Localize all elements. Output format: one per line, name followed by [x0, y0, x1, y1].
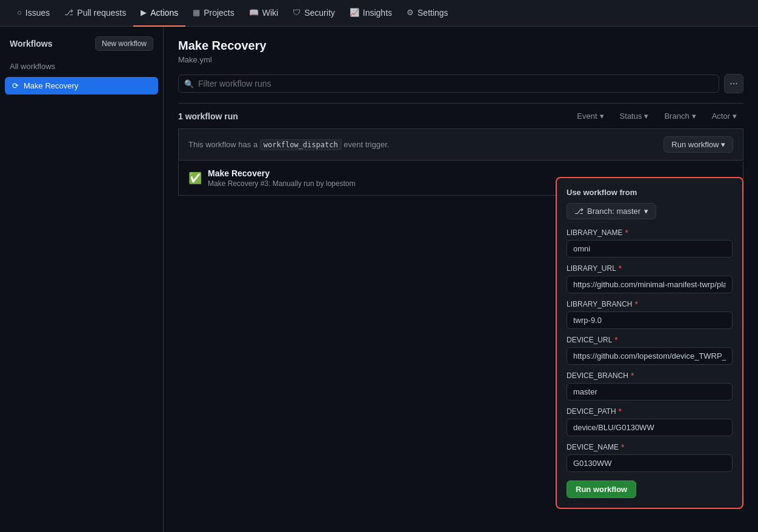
required-indicator: * — [619, 407, 622, 416]
field-label-library-branch: LIBRARY_BRANCH * — [567, 299, 733, 309]
filter-event-button[interactable]: Event ▾ — [570, 108, 610, 124]
required-indicator: * — [634, 299, 637, 309]
nav-item-pull-requests[interactable]: ⎇ Pull requests — [57, 0, 133, 27]
device-branch-input[interactable] — [567, 383, 733, 401]
filter-buttons: Event ▾ Status ▾ Branch ▾ Actor ▾ — [570, 108, 743, 124]
library-name-input[interactable] — [567, 240, 733, 258]
new-workflow-button[interactable]: New workflow — [95, 36, 153, 51]
popup-run-workflow-button[interactable]: Run workflow — [567, 480, 636, 498]
page-title: Make Recovery — [178, 39, 743, 53]
run-status-icon: ✅ — [188, 171, 202, 185]
field-label-library-url: LIBRARY_URL * — [567, 264, 733, 273]
device-name-input[interactable] — [567, 454, 733, 472]
settings-icon: ⚙ — [407, 8, 414, 17]
library-branch-input[interactable] — [567, 311, 733, 329]
popup-panel: Use workflow from ⎇ Branch: master ▾ LIB… — [556, 177, 743, 509]
dispatch-text: This workflow has a workflow_dispatch ev… — [188, 140, 389, 149]
chevron-down-icon: ▾ — [644, 207, 648, 216]
sidebar: Workflows New workflow All workflows ⟳ M… — [0, 27, 164, 532]
runs-header: 1 workflow run Event ▾ Status ▾ Branch ▾… — [178, 103, 743, 129]
dispatch-notice: This workflow has a workflow_dispatch ev… — [178, 129, 743, 161]
main-layout: Workflows New workflow All workflows ⟳ M… — [0, 27, 758, 532]
branch-selector-button[interactable]: ⎇ Branch: master ▾ — [567, 203, 656, 219]
page-subtitle: Make.yml — [178, 55, 743, 64]
runs-count: 1 workflow run — [178, 111, 238, 121]
nav-item-settings[interactable]: ⚙ Settings — [399, 0, 456, 27]
library-url-input[interactable] — [567, 276, 733, 293]
sidebar-title: Workflows — [10, 39, 53, 48]
nav-item-issues[interactable]: ○ Issues — [10, 0, 57, 27]
search-input[interactable] — [178, 75, 719, 93]
field-label-library-name: LIBRARY_NAME * — [567, 228, 733, 238]
security-icon: 🛡 — [293, 8, 301, 17]
top-nav: ○ Issues ⎇ Pull requests ▶ Actions ▦ Pro… — [0, 0, 758, 27]
required-indicator: * — [619, 264, 622, 273]
required-indicator: * — [614, 335, 617, 345]
more-options-button[interactable]: ··· — [724, 74, 743, 93]
actions-icon: ▶ — [141, 8, 147, 17]
branch-icon: ⎇ — [574, 207, 583, 216]
required-indicator: * — [625, 228, 628, 238]
field-label-device-path: DEVICE_PATH * — [567, 407, 733, 416]
run-workflow-button[interactable]: Run workflow ▾ — [663, 136, 733, 153]
device-url-input[interactable] — [567, 347, 733, 365]
insights-icon: 📈 — [350, 8, 359, 17]
nav-item-actions[interactable]: ▶ Actions — [133, 0, 185, 27]
filter-status-button[interactable]: Status ▾ — [613, 108, 656, 124]
nav-item-wiki[interactable]: 📖 Wiki — [242, 0, 285, 27]
projects-icon: ▦ — [193, 8, 200, 17]
search-input-wrap: 🔍 — [178, 75, 719, 93]
dispatch-code: workflow_dispatch — [260, 139, 342, 150]
sidebar-header: Workflows New workflow — [0, 36, 163, 58]
device-path-input[interactable] — [567, 419, 733, 436]
sidebar-item-make-recovery[interactable]: ⟳ Make Recovery — [5, 77, 158, 95]
search-row: 🔍 ··· — [178, 74, 743, 93]
main-content: Make Recovery Make.yml 🔍 ··· 1 workflow … — [164, 27, 758, 532]
workflow-icon: ⟳ — [12, 81, 19, 90]
pull-requests-icon: ⎇ — [64, 8, 73, 17]
wiki-icon: 📖 — [249, 8, 259, 17]
nav-item-projects[interactable]: ▦ Projects — [185, 0, 242, 27]
sidebar-workflow-label: Make Recovery — [24, 81, 78, 90]
required-indicator: * — [631, 371, 634, 381]
popup-section-title: Use workflow from — [567, 188, 733, 197]
all-workflows-link[interactable]: All workflows — [0, 58, 163, 75]
field-label-device-url: DEVICE_URL * — [567, 335, 733, 345]
issues-icon: ○ — [17, 8, 22, 17]
nav-item-security[interactable]: 🛡 Security — [285, 0, 342, 27]
required-indicator: * — [621, 442, 624, 452]
filter-branch-button[interactable]: Branch ▾ — [657, 108, 702, 124]
field-label-device-name: DEVICE_NAME * — [567, 442, 733, 452]
search-icon: 🔍 — [184, 79, 194, 88]
filter-actor-button[interactable]: Actor ▾ — [705, 108, 743, 124]
nav-item-insights[interactable]: 📈 Insights — [342, 0, 399, 27]
field-label-device-branch: DEVICE_BRANCH * — [567, 371, 733, 381]
